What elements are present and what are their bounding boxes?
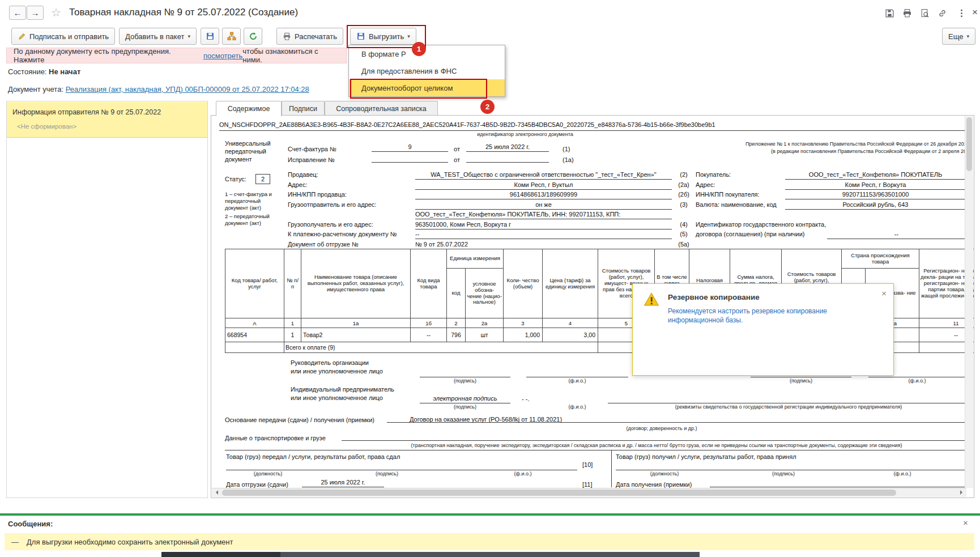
form-label: [696, 210, 785, 219]
favorite-star-icon[interactable]: ☆: [51, 6, 61, 19]
menu-item-full-docflow[interactable]: Документооборот целиком: [349, 79, 505, 96]
horizontal-scrollbar-thumb[interactable]: [222, 490, 896, 496]
forward-button[interactable]: →: [27, 6, 44, 20]
form-label: договора (соглашения) (при наличии): [696, 229, 827, 239]
link-icon[interactable]: [935, 6, 949, 20]
save-icon[interactable]: [882, 6, 897, 20]
tab-content[interactable]: Содержимое: [216, 101, 282, 116]
popup-close-icon[interactable]: ×: [881, 288, 887, 298]
taskbar-strip: [280, 552, 700, 557]
page-title: Товарная накладная № 9 от 25.07.2022 (Со…: [69, 7, 298, 18]
form-code: [672, 210, 696, 219]
table-cell: 4: [543, 318, 598, 328]
back-button[interactable]: ←: [9, 6, 26, 20]
popup-message-link[interactable]: Рекомендуется настроить резервное копиро…: [668, 307, 855, 325]
messages-close-icon[interactable]: ×: [963, 518, 968, 528]
correction-label: Исправление №: [288, 156, 335, 163]
form-code: (2б): [672, 190, 696, 199]
signature-caption: (подпись): [751, 378, 851, 384]
close-icon[interactable]: ×: [968, 6, 980, 19]
preview-icon[interactable]: [917, 6, 932, 20]
vertical-scrollbar[interactable]: [965, 116, 973, 488]
table-cell: 3: [504, 318, 543, 328]
export-button[interactable]: Выгрузить ▾: [350, 28, 416, 45]
popup-title: Резервное копирование: [668, 293, 760, 301]
correction-from-label: от: [454, 156, 460, 163]
form-value: 9614868613/189609999: [415, 190, 672, 199]
e-signature-dash: - -.: [522, 396, 529, 402]
menu-item-fns[interactable]: Для предоставления в ФНС: [349, 62, 505, 79]
col-header-country: Страна происхождения товара: [842, 249, 919, 269]
basis-caption: (договор; доверенность и др.): [608, 426, 715, 431]
scroll-right-arrow[interactable]: [960, 490, 965, 495]
backup-notification-popup: Резервное копирование Рекомендуется наст…: [632, 283, 894, 376]
tab-cover-note[interactable]: Сопроводительная записка: [325, 101, 438, 116]
annotation-badge-1: 1: [412, 42, 426, 56]
receive-date-line: [710, 478, 967, 487]
structure-button[interactable]: [222, 28, 241, 45]
col-header-qty: Коли- чество (объем): [504, 249, 543, 318]
table-cell: 2а: [466, 318, 504, 328]
transport-label: Данные о транспортировке и грузе: [225, 435, 326, 441]
basis-value: Договор на оказание услуг (РО-568/lkj от…: [410, 416, 562, 423]
view-warnings-link[interactable]: посмотреть: [203, 52, 242, 60]
form-value: [785, 210, 966, 219]
table-cell: шт: [466, 328, 504, 342]
form-code: (3): [672, 200, 696, 210]
invoice-date: 25 июля 2022 г.: [466, 143, 549, 152]
transport-caption: (транспортная накладная, поручение экспе…: [347, 443, 966, 448]
scroll-left-arrow[interactable]: [214, 490, 218, 495]
horizontal-scrollbar[interactable]: [212, 488, 966, 497]
status-value: Не начат: [49, 67, 80, 76]
party-row-address: Адрес:Коми Респ, г Вуктыл(2а)Адрес:Коми …: [288, 180, 966, 190]
table-cell: 796: [447, 328, 466, 342]
annotation-badge-2: 2: [480, 100, 495, 114]
more-label: Еще: [948, 32, 963, 41]
fio-caption: (ф.и.о.): [526, 378, 628, 384]
receive-date-label: Дата получения (приемки): [616, 481, 692, 488]
message-item[interactable]: — Для выгрузки необходимо сохранить элек…: [5, 533, 974, 550]
org-chart-icon: [227, 32, 236, 41]
form-label: Валюта: наименование, код: [696, 200, 785, 210]
attachments-panel: Информация отправителя № 9 от 25.07.2022…: [6, 101, 208, 498]
print-icon[interactable]: [900, 6, 914, 20]
sign-and-send-button[interactable]: Подписать и отправить: [11, 28, 115, 45]
table-cell: 1б: [411, 318, 447, 328]
col-header-unit-symbol: условное обозна- чение (нацио- нальное): [466, 269, 504, 318]
table-cell: 3,00: [543, 328, 598, 342]
col-header-name: Наименование товара (описание выполненны…: [301, 249, 411, 318]
col-header-price: Цена (тариф) за единицу измерения: [543, 249, 598, 318]
more-button[interactable]: Еще ▾: [942, 28, 975, 45]
form-value: WA_TEST_Общество с ограниченной ответств…: [415, 170, 672, 180]
status-label: Состояние:: [8, 67, 46, 76]
message-bullet: —: [11, 538, 19, 546]
refresh-icon: [249, 32, 258, 41]
add-to-package-button[interactable]: Добавить в пакет ▾: [119, 28, 197, 45]
form-label: Адрес:: [696, 180, 785, 190]
form-label: К платежно-расчетному документу №: [288, 229, 415, 239]
head-sign-label-2: или иное уполномоченное лицо: [291, 368, 383, 375]
floppy-icon: [206, 32, 215, 41]
accounting-doc-link[interactable]: Реализация (акт, накладная, УПД) 00БП-00…: [66, 85, 309, 93]
tab-signatures[interactable]: Подписи: [282, 101, 325, 116]
form-code: (5а): [672, 240, 696, 249]
vertical-scrollbar-thumb[interactable]: [966, 117, 972, 171]
save-document-button[interactable]: [201, 28, 219, 45]
ip-registration-caption: (реквизиты свидетельства о государственн…: [608, 404, 969, 410]
menu-item-format[interactable]: В формате Р: [349, 45, 505, 62]
invoice-from-label: от: [454, 146, 460, 152]
col-header-unit: Единица измерения: [447, 249, 504, 269]
form-label: ИНН/КПП продавца:: [288, 190, 415, 199]
transport-line: [342, 432, 969, 441]
form-value: 963501000, Коми Респ, Воркута г: [415, 220, 672, 229]
table-cell: 2: [447, 318, 466, 328]
print-document-button[interactable]: Распечатать: [276, 28, 343, 45]
export-dropdown-menu: В формате Р Для предоставления в ФНС Док…: [348, 45, 505, 97]
refresh-button[interactable]: [244, 28, 262, 45]
form-value: --: [827, 229, 966, 239]
sender-info-item[interactable]: Информация отправителя № 9 от 25.07.2022…: [7, 102, 207, 138]
table-cell: --: [411, 328, 447, 342]
more-vert-icon[interactable]: [954, 6, 969, 20]
invoice-code: (1): [563, 146, 570, 152]
tab-signatures-label: Подписи: [289, 105, 317, 113]
